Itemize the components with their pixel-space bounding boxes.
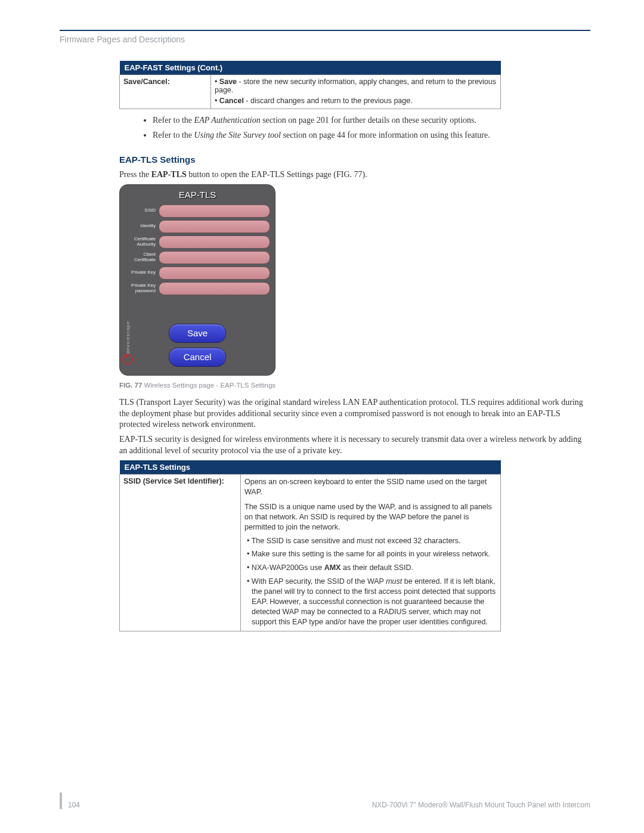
private-key-field[interactable] [159, 267, 270, 280]
field-label-ssid: SSID [125, 208, 159, 213]
power-icon[interactable] [122, 354, 133, 365]
figure-caption: FIG. 77 Wireless Settings page - EAP-TLS… [119, 382, 590, 389]
ca-field[interactable] [159, 236, 270, 249]
paragraph-tls-desc: TLS (Transport Layer Security) was the o… [119, 397, 590, 431]
panel-title: EAP-TLS [120, 185, 275, 203]
identity-field[interactable] [159, 220, 270, 233]
page-footer: 104 NXD-700Vi 7" Modero® Wall/Flush Moun… [60, 792, 590, 809]
table2-title: EAP-TLS Settings [120, 460, 501, 475]
table1-row-desc: • Save - store the new security informat… [211, 75, 501, 109]
table1-title: EAP-FAST Settings (Cont.) [120, 61, 501, 75]
eap-tls-panel: EAP-TLS SSID Identity Certificate Author… [119, 184, 275, 376]
eap-fast-table: EAP-FAST Settings (Cont.) Save/Cancel: •… [119, 61, 501, 109]
cancel-text: - discard changes and return to the prev… [244, 97, 413, 105]
field-label-identity: Identity [125, 224, 159, 229]
reference-list: Refer to the EAP Authentication section … [119, 115, 590, 141]
section-heading-eap-tls: EAP-TLS Settings [119, 154, 590, 165]
table2-row-desc: Opens an on-screen keyboard to enter the… [241, 475, 501, 631]
table1-row-label: Save/Cancel: [120, 75, 211, 109]
eap-tls-table: EAP-TLS Settings SSID (Service Set Ident… [119, 460, 501, 631]
field-label-ca: Certificate Authority [125, 237, 159, 247]
save-bold: Save [219, 78, 237, 86]
section-intro: Press the EAP-TLS button to open the EAP… [119, 169, 590, 181]
table2-row-label: SSID (Service Set Identifier): [120, 475, 241, 631]
save-text: - store the new security information, ap… [215, 78, 496, 94]
client-cert-field[interactable] [159, 251, 270, 264]
cancel-bold: Cancel [219, 97, 244, 105]
page-number: 104 [68, 801, 80, 809]
save-button[interactable]: Save [169, 324, 226, 343]
paragraph-eaptls-desc: EAP-TLS security is designed for wireles… [119, 434, 590, 457]
devicescape-text: devicescape [125, 321, 131, 354]
ssid-field[interactable] [159, 205, 270, 218]
ref-item-1: Refer to the EAP Authentication section … [153, 115, 590, 126]
pk-password-field[interactable] [159, 282, 270, 295]
footer-title: NXD-700Vi 7" Modero® Wall/Flush Mount To… [372, 801, 590, 809]
ref-item-2: Refer to the Using the Site Survey tool … [153, 130, 590, 141]
panel-side: devicescape [123, 321, 132, 366]
cancel-button[interactable]: Cancel [169, 348, 226, 367]
field-label-pk-password: Private Key password [125, 283, 159, 294]
page-header: Firmware Pages and Descriptions [60, 35, 590, 44]
field-label-private-key: Private Key [125, 270, 159, 275]
field-label-client-cert: Client Certificate [125, 252, 159, 263]
